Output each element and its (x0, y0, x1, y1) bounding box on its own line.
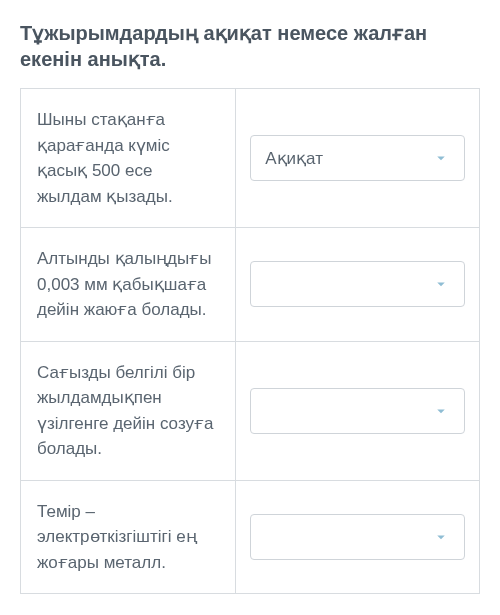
chevron-down-icon (432, 149, 450, 167)
answer-select[interactable] (250, 514, 465, 560)
statement-text: Алтынды қалыңдығы 0,003 мм қабықшаға дей… (21, 228, 236, 341)
table-row: Алтынды қалыңдығы 0,003 мм қабықшаға дей… (21, 228, 479, 342)
table-row: Темір – электрөткізгіштігі ең жоғары мет… (21, 481, 479, 594)
answer-select[interactable] (250, 388, 465, 434)
select-cell (236, 342, 479, 480)
chevron-down-icon (432, 275, 450, 293)
select-value: Ақиқат (265, 148, 323, 169)
table-row: Шыны стақанға қарағанда күміс қасық 500 … (21, 89, 479, 228)
statements-table: Шыны стақанға қарағанда күміс қасық 500 … (20, 88, 480, 594)
answer-select[interactable] (250, 261, 465, 307)
chevron-down-icon (432, 402, 450, 420)
select-cell: Ақиқат (236, 89, 479, 227)
table-row: Сағызды белгілі бір жылдамдықпен үзілген… (21, 342, 479, 481)
answer-select[interactable]: Ақиқат (250, 135, 465, 181)
question-heading: Тұжырымдардың ақиқат немесе жалған екені… (20, 20, 480, 72)
chevron-down-icon (432, 528, 450, 546)
statement-text: Темір – электрөткізгіштігі ең жоғары мет… (21, 481, 236, 594)
statement-text: Шыны стақанға қарағанда күміс қасық 500 … (21, 89, 236, 227)
statement-text: Сағызды белгілі бір жылдамдықпен үзілген… (21, 342, 236, 480)
select-cell (236, 228, 479, 341)
select-cell (236, 481, 479, 594)
